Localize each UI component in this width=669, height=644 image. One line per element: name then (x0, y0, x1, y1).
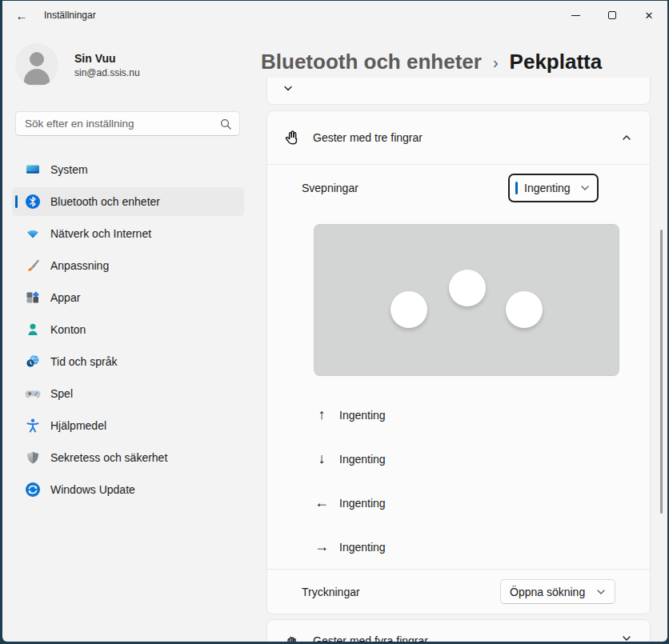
arrow-right-icon: → (313, 538, 330, 555)
finger-dot (391, 291, 427, 328)
accounts-person-icon (25, 322, 41, 338)
minimize-icon (571, 15, 580, 16)
sidebar-item-label: Sekretess och säkerhet (50, 451, 167, 464)
three-finger-hand-icon (282, 129, 301, 147)
maximize-icon (608, 11, 616, 19)
sidebar-nav: System Bluetooth och enheter Nätverk och… (2, 155, 258, 504)
swipes-dropdown-value: Ingenting (524, 182, 571, 194)
system-icon (25, 162, 41, 178)
settings-search[interactable] (15, 111, 240, 136)
chevron-down-icon[interactable] (621, 634, 632, 642)
sidebar-item-network[interactable]: Nätverk och Internet (12, 219, 244, 248)
scrollbar[interactable] (658, 30, 663, 642)
chevron-down-icon[interactable] (282, 82, 294, 96)
search-input[interactable] (25, 118, 220, 130)
taps-dropdown[interactable]: Öppna sökning (500, 579, 615, 604)
arrow-up-icon: ↑ (313, 406, 330, 423)
user-profile[interactable]: Sin Vuu sin@ad.ssis.nu (15, 41, 258, 89)
touchpad-illustration (314, 224, 619, 376)
three-finger-gestures-card: Gester med tre fingrar Svepningar Ingent… (266, 110, 651, 614)
sidebar-item-accounts[interactable]: Konton (12, 315, 244, 344)
back-arrow-icon: ← (16, 9, 28, 22)
sidebar-item-label: Tid och språk (50, 355, 118, 368)
sidebar: Sin Vuu sin@ad.ssis.nu System (2, 30, 258, 642)
sidebar-item-privacy[interactable]: Sekretess och säkerhet (12, 443, 244, 472)
sidebar-item-gaming[interactable]: Spel (12, 379, 244, 408)
chevron-down-icon (596, 589, 606, 595)
paintbrush-icon (25, 258, 41, 274)
windows-update-icon (25, 482, 41, 498)
shield-icon (25, 450, 41, 466)
sidebar-item-label: Konton (50, 323, 86, 336)
wifi-icon (25, 226, 41, 242)
titlebar: ← Inställningar ✕ (2, 1, 667, 30)
profile-name: Sin Vuu (74, 52, 140, 65)
previous-card-partial[interactable] (266, 78, 651, 105)
sidebar-item-label: Nätverk och Internet (50, 227, 151, 240)
three-finger-title: Gester med tre fingrar (313, 131, 621, 144)
avatar (15, 43, 58, 86)
profile-email: sin@ad.ssis.nu (74, 67, 140, 78)
four-finger-title: Gester med fyra fingrar (313, 634, 621, 642)
maximize-button[interactable] (594, 1, 631, 30)
swipe-down-action: Ingenting (339, 453, 386, 466)
swipe-directions: ↑ Ingenting ↓ Ingenting ← Ingenting → (267, 393, 650, 569)
swipe-left-action: Ingenting (339, 497, 386, 510)
close-button[interactable]: ✕ (631, 1, 667, 30)
swipes-row: Svepningar Ingenting (267, 165, 650, 210)
page-title: Pekplatta (510, 50, 603, 74)
sidebar-item-personalization[interactable]: Anpassning (12, 251, 244, 280)
sidebar-item-label: Appar (50, 291, 80, 304)
search-icon[interactable] (220, 118, 231, 130)
sidebar-item-apps[interactable]: Appar (12, 283, 244, 312)
dropdown-accent-bar (515, 182, 518, 194)
chevron-up-icon[interactable] (621, 134, 632, 142)
swipe-left-row: ← Ingenting (267, 481, 650, 525)
breadcrumb: Bluetooth och enheter › Pekplatta (261, 46, 667, 78)
back-button[interactable]: ← (9, 5, 34, 26)
sidebar-item-bluetooth[interactable]: Bluetooth och enheter (12, 187, 244, 216)
finger-dot (449, 270, 486, 306)
scrollbar-thumb[interactable] (660, 230, 663, 514)
accessibility-icon (25, 418, 41, 434)
four-finger-hand-icon (282, 634, 301, 642)
app-title: Inställningar (44, 10, 96, 21)
chevron-down-icon (580, 185, 590, 191)
swipes-dropdown[interactable]: Ingenting (508, 174, 599, 202)
arrow-down-icon: ↓ (313, 450, 330, 467)
swipes-label: Svepningar (302, 182, 508, 194)
selected-accent-bar (15, 195, 18, 208)
swipe-right-row: → Ingenting (267, 525, 650, 569)
close-icon: ✕ (645, 10, 654, 21)
taps-row: Tryckningar Öppna sökning (267, 570, 650, 614)
sidebar-item-label: Spel (50, 387, 73, 400)
content-pane: Bluetooth och enheter › Pekplatta (258, 30, 667, 642)
four-finger-gestures-card[interactable]: Gester med fyra fingrar (266, 619, 651, 642)
sidebar-item-windows-update[interactable]: Windows Update (12, 475, 244, 504)
swipe-down-row: ↓ Ingenting (267, 437, 650, 481)
gamepad-icon (25, 386, 41, 402)
breadcrumb-parent[interactable]: Bluetooth och enheter (261, 50, 482, 74)
settings-window: ← Inställningar ✕ Sin Vuu sin@ad.ssis.nu (2, 1, 667, 642)
sidebar-item-label: Windows Update (50, 483, 135, 496)
apps-icon (25, 290, 41, 306)
taps-dropdown-value: Öppna sökning (510, 586, 585, 598)
three-finger-expander-header[interactable]: Gester med tre fingrar (267, 111, 650, 164)
finger-dot (506, 291, 543, 328)
arrow-left-icon: ← (313, 494, 330, 511)
sidebar-item-label: Bluetooth och enheter (50, 195, 160, 208)
clock-globe-icon (25, 354, 41, 370)
sidebar-item-label: Hjälpmedel (50, 419, 106, 432)
sidebar-item-accessibility[interactable]: Hjälpmedel (12, 411, 244, 440)
swipe-up-row: ↑ Ingenting (267, 393, 650, 437)
swipe-up-action: Ingenting (339, 409, 386, 422)
window-controls: ✕ (557, 1, 667, 30)
settings-scroll-area: Gester med tre fingrar Svepningar Ingent… (258, 78, 667, 642)
sidebar-item-label: System (50, 163, 88, 176)
sidebar-item-time-language[interactable]: Tid och språk (12, 347, 244, 376)
bluetooth-icon (25, 194, 41, 210)
breadcrumb-chevron-icon: › (493, 54, 499, 72)
minimize-button[interactable] (557, 1, 594, 30)
sidebar-item-system[interactable]: System (12, 155, 244, 184)
taps-label: Tryckningar (302, 586, 500, 598)
